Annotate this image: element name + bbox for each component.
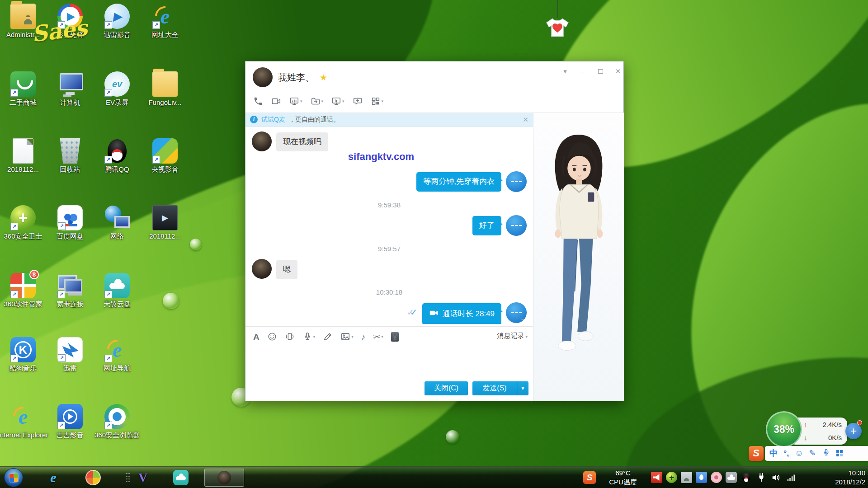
desktop-icon[interactable]: 央视影音: [140, 138, 190, 174]
desktop-icon[interactable]: ▶2018112...: [140, 205, 190, 240]
close-icon[interactable]: ✕: [611, 66, 625, 77]
volume-icon[interactable]: [770, 472, 782, 483]
voice-message-icon[interactable]: ▾: [301, 330, 317, 343]
message-history-button[interactable]: 消息记录▾: [497, 332, 528, 340]
dropdown-caret[interactable]: ▾: [321, 99, 324, 103]
handwrite-icon[interactable]: [321, 330, 334, 343]
music-icon[interactable]: ♪: [360, 331, 367, 343]
ime-lang-toggle[interactable]: 中: [769, 449, 778, 457]
menu-caret-icon[interactable]: ▾: [558, 66, 572, 77]
send-options-caret[interactable]: ▼: [517, 381, 528, 395]
desktop-icon[interactable]: e网址导航: [92, 337, 142, 372]
peer-avatar[interactable]: [253, 67, 273, 87]
screen-demo-icon[interactable]: ▾: [288, 95, 304, 108]
desktop-icon[interactable]: 宽带连接: [45, 273, 95, 308]
desktop-icon[interactable]: 百度网盘: [45, 205, 95, 240]
handwrite-icon[interactable]: ✎: [809, 449, 816, 457]
desktop-icon[interactable]: FungoLiv...: [140, 71, 190, 107]
apps-icon[interactable]: ▾: [369, 95, 385, 108]
desktop-icon-label: 二手商城: [0, 99, 48, 107]
minimize-icon[interactable]: ─: [576, 66, 590, 77]
remote-assist-icon[interactable]: [681, 472, 692, 483]
self-avatar[interactable]: [506, 215, 527, 236]
memory-usage-ball[interactable]: 38%: [766, 411, 802, 447]
call-duration-bubble[interactable]: 通话时长 28:49: [422, 303, 501, 324]
desktop-icon[interactable]: 二手商城: [0, 71, 48, 107]
dropdown-caret[interactable]: ▾: [300, 99, 302, 103]
toolbox-icon[interactable]: [836, 450, 843, 456]
desktop-icon[interactable]: 回收站: [45, 138, 95, 174]
screenshot-icon[interactable]: ✂▾: [372, 331, 384, 343]
scroll-to-bottom-icon[interactable]: ⌄: [519, 314, 525, 322]
desktop-icon[interactable]: evEV录屏: [92, 71, 142, 107]
desktop-icon[interactable]: 360安全浏览器: [92, 404, 142, 439]
accelerate-plus-icon[interactable]: +: [845, 423, 862, 439]
start-button[interactable]: [4, 468, 23, 487]
desktop-icon[interactable]: K酷狗音乐: [0, 337, 48, 372]
cloud-sync-icon[interactable]: [726, 472, 737, 483]
message-bubble[interactable]: 好了: [472, 216, 501, 235]
dropdown-caret[interactable]: ▾: [381, 334, 383, 339]
notice-close-icon[interactable]: ✕: [523, 116, 528, 124]
dropdown-caret[interactable]: ▾: [382, 99, 384, 103]
peer-avatar[interactable]: [252, 259, 272, 279]
flower-icon[interactable]: [711, 472, 722, 483]
voice-call-icon[interactable]: [252, 95, 264, 108]
red-packet-icon[interactable]: ¥: [390, 331, 400, 343]
360-safety-icon[interactable]: +: [666, 472, 677, 483]
desktop-icon[interactable]: 迅雷: [45, 337, 95, 372]
notice-link[interactable]: 试试Q麦: [261, 116, 285, 124]
mic-icon[interactable]: [822, 448, 830, 458]
image-icon[interactable]: ▾: [339, 330, 355, 343]
announcement-icon[interactable]: [651, 472, 662, 483]
font-icon[interactable]: A: [252, 331, 261, 343]
taskbar-clock[interactable]: 10:30 2018/12/2: [835, 469, 865, 487]
dropdown-caret[interactable]: ▾: [313, 334, 316, 339]
power-plug-icon[interactable]: [755, 472, 767, 483]
baidu-netdisk-icon[interactable]: [696, 472, 707, 483]
network-signal-icon[interactable]: [785, 472, 797, 483]
taskbar-media-player-icon[interactable]: V: [135, 469, 151, 486]
window-shake-icon[interactable]: [283, 330, 296, 343]
emoji-icon[interactable]: [266, 330, 278, 343]
emoji-icon[interactable]: ☺: [795, 449, 803, 457]
taskbar-cloud189-icon[interactable]: [173, 469, 189, 486]
self-avatar[interactable]: [506, 171, 527, 192]
peer-avatar[interactable]: [252, 131, 272, 151]
send-button[interactable]: 发送(S): [472, 381, 517, 395]
create-group-icon[interactable]: [351, 95, 364, 108]
taskbar-ie-icon[interactable]: e: [45, 469, 61, 486]
system-tray: +: [651, 472, 797, 483]
notification-dot: [857, 420, 862, 425]
video-call-icon[interactable]: [270, 95, 283, 108]
send-file-icon[interactable]: ▾: [309, 95, 325, 108]
remote-desktop-icon[interactable]: ▾: [330, 95, 346, 108]
close-chat-button[interactable]: 关闭(C): [425, 381, 468, 395]
desktop-icon[interactable]: 8360软件管家: [0, 273, 48, 308]
qq-icon[interactable]: [741, 472, 752, 483]
sogou-tray-icon[interactable]: S: [583, 471, 596, 484]
ime-punct-toggle[interactable]: °,: [783, 449, 789, 457]
qqshow-avatar-girl[interactable]: [542, 132, 615, 356]
desktop-icon[interactable]: 天翼云盘: [92, 273, 142, 308]
message-bubble[interactable]: 现在视频吗: [276, 132, 328, 151]
desktop-icon[interactable]: 吉吉影音: [45, 404, 95, 439]
message-bubble[interactable]: 嗯: [276, 260, 297, 279]
outgoing-message: 等两分钟,先穿着内衣: [252, 171, 527, 192]
desktop-icon[interactable]: +360安全卫士: [0, 205, 48, 240]
desktop-icon[interactable]: 计算机: [45, 71, 95, 107]
taskbar-active-chat-task[interactable]: [204, 469, 244, 487]
desktop-icon[interactable]: ▶迅雷影音: [92, 4, 142, 39]
desktop-icon[interactable]: 腾讯QQ: [92, 138, 142, 174]
taskbar-sogou-pinwheel-icon[interactable]: [85, 469, 101, 486]
desktop-icon[interactable]: eInternet Explorer: [0, 404, 48, 439]
desktop-icon[interactable]: 2018112...: [0, 138, 48, 174]
desktop-icon[interactable]: e网址大全: [140, 4, 190, 39]
dropdown-caret[interactable]: ▾: [342, 99, 344, 103]
maximize-icon[interactable]: [594, 66, 607, 77]
message-bubble[interactable]: 等两分钟,先穿着内衣: [416, 172, 501, 191]
qq-icon: [104, 138, 130, 164]
dropdown-caret[interactable]: ▾: [351, 334, 354, 339]
sogou-logo-icon[interactable]: S: [749, 446, 764, 461]
desktop-icon[interactable]: 网络: [92, 205, 142, 240]
